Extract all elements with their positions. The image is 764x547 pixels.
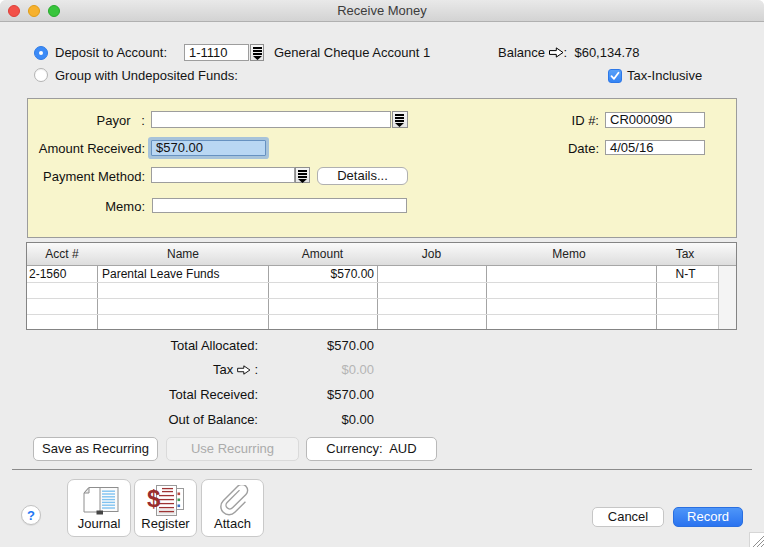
svg-text:$: $ [147, 485, 161, 512]
